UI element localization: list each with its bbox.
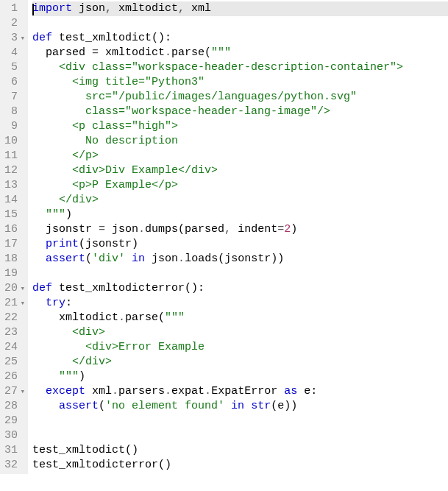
- token-id: dumps: [145, 223, 178, 236]
- token-id: json: [72, 2, 105, 15]
- token-paren: ():: [185, 282, 205, 294]
- code-line[interactable]: def test_xmltodicterror():: [32, 281, 448, 296]
- token-id: [32, 400, 59, 412]
- code-area[interactable]: import json, xmltodict, xmldef test_xmlt…: [28, 0, 448, 474]
- token-paren: (: [178, 223, 185, 236]
- line-number: 15: [1, 208, 24, 222]
- token-id: expat: [171, 385, 205, 398]
- token-op: .: [165, 46, 171, 59]
- token-op: =: [99, 223, 105, 236]
- code-line[interactable]: <div class="workspace-header-description…: [32, 60, 448, 75]
- token-id: parsed: [185, 223, 224, 236]
- code-line[interactable]: def test_xmltodict():: [32, 31, 448, 46]
- code-line[interactable]: assert('div' in json.loads(jsonstr)): [32, 252, 448, 266]
- token-builtin: assert: [46, 252, 85, 265]
- line-number: 12: [1, 163, 24, 178]
- token-num: 2: [284, 223, 291, 236]
- line-number: 21▾: [1, 296, 24, 311]
- token-id: jsonstr: [85, 238, 132, 250]
- line-number: 8: [1, 105, 24, 119]
- code-line[interactable]: <div>: [32, 325, 448, 340]
- code-line[interactable]: assert('no element found' in str(e)): [32, 399, 448, 414]
- token-paren: ): [291, 223, 297, 236]
- line-number: 17: [1, 237, 24, 252]
- token-id: json: [105, 223, 138, 236]
- line-number: 27▾: [1, 384, 24, 399]
- fold-toggle-icon[interactable]: ▾: [18, 31, 25, 46]
- fold-toggle-icon[interactable]: ▾: [18, 296, 25, 311]
- token-id: e: [297, 385, 310, 398]
- token-op: =: [277, 223, 284, 236]
- token-str: """: [32, 208, 65, 221]
- line-number: 2: [1, 16, 24, 31]
- fold-toggle-icon[interactable]: ▾: [18, 281, 25, 296]
- line-number: 22: [1, 311, 24, 325]
- code-line[interactable]: except xml.parsers.expat.ExpatError as e…: [32, 384, 448, 399]
- token-paren: ): [79, 370, 85, 383]
- token-id: [125, 252, 132, 265]
- token-id: jsonstr: [32, 223, 99, 236]
- token-str: <div class="workspace-header-description…: [32, 61, 403, 74]
- code-line[interactable]: test_xmltodict(): [32, 443, 448, 458]
- code-line[interactable]: [32, 16, 448, 31]
- line-number: 26: [1, 370, 24, 384]
- code-line[interactable]: xmltodict.parse(""": [32, 311, 448, 325]
- token-paren: (: [99, 400, 105, 412]
- token-op: .: [118, 311, 125, 324]
- token-str: <img title="Python3": [32, 76, 205, 88]
- code-line[interactable]: [32, 414, 448, 428]
- line-number: 11: [1, 149, 24, 163]
- code-line[interactable]: """): [32, 208, 448, 222]
- code-line[interactable]: """): [32, 370, 448, 384]
- token-paren: ): [65, 208, 72, 221]
- code-line[interactable]: class="workspace-header-lang-image"/>: [32, 105, 448, 119]
- code-line[interactable]: </p>: [32, 149, 448, 163]
- token-kw: def: [32, 32, 52, 44]
- token-id: [32, 385, 46, 398]
- token-paren: (: [85, 252, 92, 265]
- code-line[interactable]: <p>P Example</p>: [32, 178, 448, 193]
- code-line[interactable]: print(jsonstr): [32, 237, 448, 252]
- line-number: 1: [1, 1, 24, 16]
- code-line[interactable]: src="/public/images/languages/python.svg…: [32, 90, 448, 105]
- token-paren: ): [132, 238, 138, 250]
- line-number: 29: [1, 414, 24, 428]
- code-line[interactable]: <div>Div Example</div>: [32, 163, 448, 178]
- token-op: ,: [105, 2, 112, 15]
- code-line[interactable]: <div>Error Example: [32, 340, 448, 355]
- line-number: 19: [1, 266, 24, 281]
- code-line[interactable]: No description: [32, 134, 448, 149]
- token-kw: in: [132, 252, 145, 265]
- token-kw: import: [32, 2, 72, 15]
- code-line[interactable]: try:: [32, 296, 448, 311]
- code-line[interactable]: [32, 428, 448, 443]
- token-id: [52, 282, 59, 294]
- code-line[interactable]: </div>: [32, 193, 448, 208]
- token-kw: as: [284, 385, 297, 398]
- token-str: <div>Error Example: [32, 341, 205, 353]
- token-op: .: [205, 385, 211, 398]
- line-number: 25: [1, 355, 24, 370]
- line-number: 6: [1, 75, 24, 90]
- token-id: [32, 252, 46, 265]
- code-line[interactable]: [32, 266, 448, 281]
- fold-toggle-icon[interactable]: ▾: [18, 384, 25, 399]
- code-line[interactable]: <img title="Python3": [32, 75, 448, 90]
- code-line[interactable]: import json, xmltodict, xml: [32, 1, 448, 16]
- token-op: .: [178, 252, 185, 265]
- token-paren: (: [205, 46, 211, 59]
- code-line[interactable]: test_xmltodicterror(): [32, 458, 448, 473]
- token-paren: )): [284, 400, 297, 412]
- line-number: 24: [1, 340, 24, 355]
- code-editor[interactable]: 123▾4567891011121314151617181920▾21▾2223…: [0, 0, 448, 474]
- token-id: xmltodict: [99, 46, 165, 59]
- token-str: <p>P Example</p>: [32, 179, 178, 191]
- code-line[interactable]: <p class="high">: [32, 119, 448, 134]
- code-line[interactable]: jsonstr = json.dumps(parsed, indent=2): [32, 222, 448, 237]
- token-id: parse: [171, 46, 205, 59]
- code-line[interactable]: </div>: [32, 355, 448, 370]
- code-line[interactable]: parsed = xmltodict.parse(""": [32, 46, 448, 60]
- token-str: </div>: [32, 356, 112, 368]
- token-paren: (): [125, 444, 138, 456]
- token-str: <div>Div Example</div>: [32, 164, 218, 177]
